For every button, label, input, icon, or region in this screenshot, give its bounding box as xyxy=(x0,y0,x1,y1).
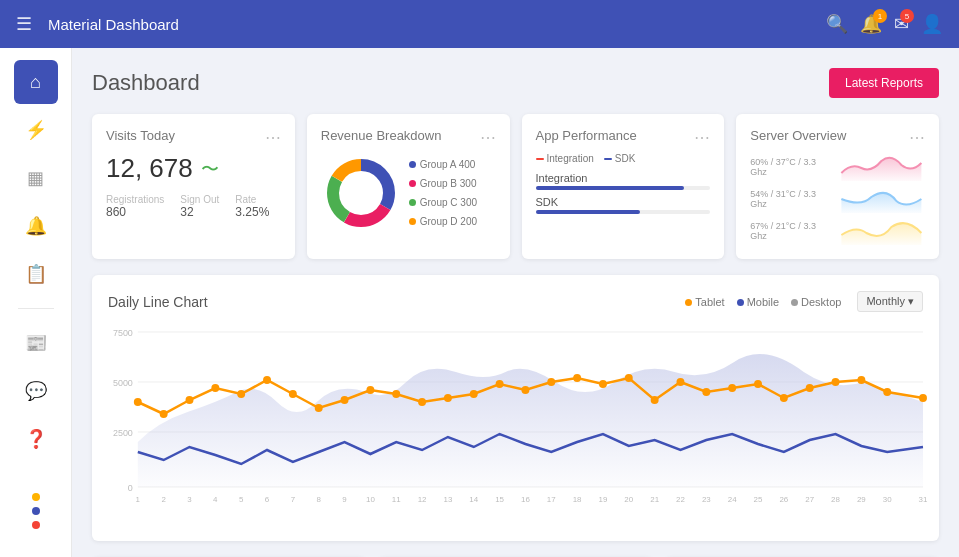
chart-legend: Tablet Mobile Desktop xyxy=(685,296,841,308)
monthly-filter-button[interactable]: Monthly ▾ xyxy=(857,291,923,312)
svg-point-21 xyxy=(366,386,374,394)
svg-text:12: 12 xyxy=(418,495,427,504)
svg-point-34 xyxy=(702,388,710,396)
revenue-card-title: Revenue Breakdown xyxy=(321,128,442,143)
sidebar-item-grid[interactable]: ▦ xyxy=(14,156,58,200)
app-perf-menu[interactable]: ⋯ xyxy=(694,128,710,147)
visits-stat-registrations: Registrations 860 xyxy=(106,194,164,219)
svg-text:25: 25 xyxy=(754,495,763,504)
svg-point-42 xyxy=(919,394,927,402)
svg-text:10: 10 xyxy=(366,495,375,504)
menu-icon[interactable]: ☰ xyxy=(16,13,32,35)
server-card-menu[interactable]: ⋯ xyxy=(909,128,925,147)
svg-point-14 xyxy=(186,396,194,404)
legend-group-a: Group A 400 xyxy=(409,155,477,174)
svg-point-19 xyxy=(315,404,323,412)
chart-title: Daily Line Chart xyxy=(108,294,208,310)
server-title: Server Overview xyxy=(750,128,846,143)
layout: ⌂ ⚡ ▦ 🔔 📋 📰 💬 ❓ Dashboard Latest Reports… xyxy=(0,48,959,557)
sidebar-divider xyxy=(18,308,54,309)
server-row-3: 67% / 21°C / 3.3 Ghz xyxy=(750,217,925,245)
svg-text:26: 26 xyxy=(779,495,788,504)
svg-text:16: 16 xyxy=(521,495,530,504)
svg-text:27: 27 xyxy=(805,495,814,504)
visits-card-menu[interactable]: ⋯ xyxy=(265,128,281,147)
progress-bar-sdk xyxy=(536,210,641,214)
svg-text:7500: 7500 xyxy=(113,328,133,338)
svg-text:2: 2 xyxy=(161,495,166,504)
progress-integration: Integration xyxy=(536,172,711,190)
svg-text:3: 3 xyxy=(187,495,192,504)
mail-badge: 5 xyxy=(900,9,914,23)
server-row-2: 54% / 31°C / 3.3 Ghz xyxy=(750,185,925,213)
svg-text:1: 1 xyxy=(136,495,141,504)
revenue-legend: Group A 400 Group B 300 Group C 300 Grou… xyxy=(409,155,477,231)
svg-text:30: 30 xyxy=(883,495,892,504)
svg-text:8: 8 xyxy=(316,495,321,504)
sidebar-item-news[interactable]: 📰 xyxy=(14,321,58,365)
app-perf-header: App Performance ⋯ xyxy=(536,128,711,147)
latest-reports-button[interactable]: Latest Reports xyxy=(829,68,939,98)
line-chart-svg: 7500 5000 2500 0 xyxy=(108,322,923,522)
svg-point-30 xyxy=(599,380,607,388)
legend-sdk: SDK xyxy=(604,153,636,164)
progress-bar-integration xyxy=(536,186,685,190)
svg-point-33 xyxy=(677,378,685,386)
sidebar-item-chat[interactable]: 💬 xyxy=(14,369,58,413)
app-performance-card: App Performance ⋯ Integration SDK Integr… xyxy=(522,114,725,259)
svg-text:29: 29 xyxy=(857,495,866,504)
svg-point-13 xyxy=(160,410,168,418)
mail-icon[interactable]: ✉5 xyxy=(894,13,909,35)
sidebar-item-help[interactable]: ❓ xyxy=(14,417,58,461)
visits-today-card: Visits Today ⋯ 12, 678 〜 Registrations 8… xyxy=(92,114,295,259)
server-label-3: 67% / 21°C / 3.3 Ghz xyxy=(750,221,830,241)
app-perf-legend: Integration SDK xyxy=(536,153,711,164)
main-content: Dashboard Latest Reports Visits Today ⋯ … xyxy=(72,48,959,557)
server-rows: 60% / 37°C / 3.3 Ghz 54% / 31°C / 3.3 Gh… xyxy=(750,153,925,245)
sidebar-item-bell[interactable]: 🔔 xyxy=(14,204,58,248)
legend-integration: Integration xyxy=(536,153,594,164)
svg-text:17: 17 xyxy=(547,495,556,504)
yellow-dot xyxy=(32,493,40,501)
svg-point-38 xyxy=(806,384,814,392)
sidebar-item-lightning[interactable]: ⚡ xyxy=(14,108,58,152)
svg-text:7: 7 xyxy=(291,495,296,504)
svg-point-31 xyxy=(625,374,633,382)
svg-point-41 xyxy=(883,388,891,396)
server-header: Server Overview ⋯ xyxy=(750,128,925,147)
svg-text:23: 23 xyxy=(702,495,711,504)
sidebar-item-home[interactable]: ⌂ xyxy=(14,60,58,104)
sidebar: ⌂ ⚡ ▦ 🔔 📋 📰 💬 ❓ xyxy=(0,48,72,557)
page-header: Dashboard Latest Reports xyxy=(92,68,939,98)
svg-text:9: 9 xyxy=(342,495,347,504)
svg-point-22 xyxy=(392,390,400,398)
svg-text:19: 19 xyxy=(599,495,608,504)
svg-point-16 xyxy=(237,390,245,398)
server-overview-card: Server Overview ⋯ 60% / 37°C / 3.3 Ghz 5… xyxy=(736,114,939,259)
svg-text:28: 28 xyxy=(831,495,840,504)
visits-stats: Registrations 860 Sign Out 32 Rate 3.25% xyxy=(106,194,281,219)
legend-mobile: Mobile xyxy=(737,296,779,308)
svg-point-25 xyxy=(470,390,478,398)
svg-text:21: 21 xyxy=(650,495,659,504)
svg-text:24: 24 xyxy=(728,495,737,504)
user-icon[interactable]: 👤 xyxy=(921,13,943,35)
svg-text:5000: 5000 xyxy=(113,378,133,388)
svg-point-12 xyxy=(134,398,142,406)
svg-text:31: 31 xyxy=(919,495,928,504)
sidebar-item-doc[interactable]: 📋 xyxy=(14,252,58,296)
svg-point-35 xyxy=(728,384,736,392)
svg-point-26 xyxy=(496,380,504,388)
svg-text:5: 5 xyxy=(239,495,244,504)
search-icon[interactable]: 🔍 xyxy=(826,13,848,35)
revenue-card-header: Revenue Breakdown ⋯ xyxy=(321,128,496,147)
svg-point-15 xyxy=(211,384,219,392)
svg-point-39 xyxy=(832,378,840,386)
svg-point-17 xyxy=(263,376,271,384)
revenue-card-menu[interactable]: ⋯ xyxy=(480,128,496,147)
notification-icon[interactable]: 🔔1 xyxy=(860,13,882,35)
legend-group-b: Group B 300 xyxy=(409,174,477,193)
sidebar-dots xyxy=(32,493,40,545)
svg-point-18 xyxy=(289,390,297,398)
revenue-card: Revenue Breakdown ⋯ xyxy=(307,114,510,259)
